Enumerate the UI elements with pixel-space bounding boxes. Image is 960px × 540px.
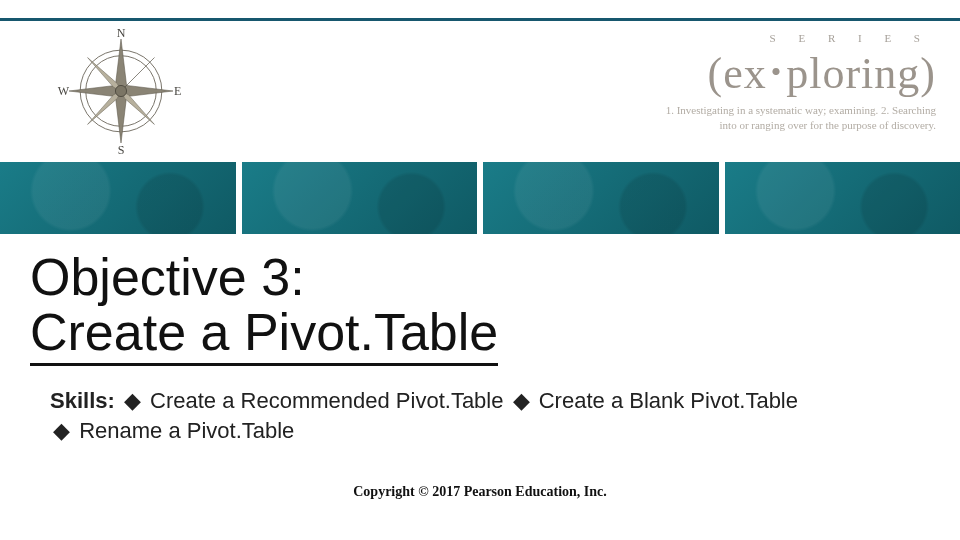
compass-icon: N E S W (56, 26, 186, 156)
paren-close: ) (920, 49, 936, 98)
bullet-icon: ◆ (510, 388, 533, 413)
title-line-1: Objective 3: (30, 248, 305, 306)
header: N E S W S E R I E S (ex•ploring) 1. Inve… (0, 26, 960, 146)
tile-band (0, 162, 960, 234)
wordmark-dot-icon: • (767, 55, 787, 88)
compass-n: N (117, 26, 126, 40)
top-rule (0, 18, 960, 21)
skills-label: Skills: (50, 388, 115, 413)
title-block: Objective 3: Create a Pivot.Table (30, 250, 930, 366)
page-title: Objective 3: Create a Pivot.Table (30, 250, 498, 366)
brand-def-line: into or ranging over for the purpose of … (576, 118, 936, 133)
wordmark-left: ex (723, 49, 767, 98)
svg-marker-9 (121, 91, 154, 124)
bullet-icon: ◆ (121, 388, 144, 413)
decor-tile (0, 162, 236, 234)
compass-w: W (58, 84, 70, 98)
svg-point-10 (115, 85, 126, 96)
compass-s: S (118, 143, 125, 156)
svg-marker-7 (121, 58, 154, 91)
bullet-icon: ◆ (50, 418, 73, 443)
title-line-2: Create a Pivot.Table (30, 303, 498, 361)
paren-open: ( (708, 49, 724, 98)
skill-item: Create a Blank Pivot.Table (539, 388, 798, 413)
wordmark-right: ploring (786, 49, 920, 98)
brand-definitions: 1. Investigating in a systematic way; ex… (576, 103, 936, 133)
footer-copyright: Copyright © 2017 Pearson Education, Inc. (0, 484, 960, 500)
skill-item: Rename a Pivot.Table (79, 418, 294, 443)
skill-item: Create a Recommended Pivot.Table (150, 388, 503, 413)
slide: N E S W S E R I E S (ex•ploring) 1. Inve… (0, 0, 960, 540)
brand-block: S E R I E S (ex•ploring) 1. Investigatin… (576, 32, 936, 133)
decor-tile (242, 162, 478, 234)
brand-series: S E R I E S (576, 32, 936, 44)
decor-tile (725, 162, 961, 234)
brand-wordmark: (ex•ploring) (576, 48, 936, 99)
svg-marker-6 (88, 58, 121, 91)
skills-block: Skills: ◆ Create a Recommended Pivot.Tab… (50, 386, 900, 445)
decor-tile (483, 162, 719, 234)
brand-def-line: 1. Investigating in a systematic way; ex… (576, 103, 936, 118)
compass-e: E (174, 84, 181, 98)
svg-marker-8 (88, 91, 121, 124)
